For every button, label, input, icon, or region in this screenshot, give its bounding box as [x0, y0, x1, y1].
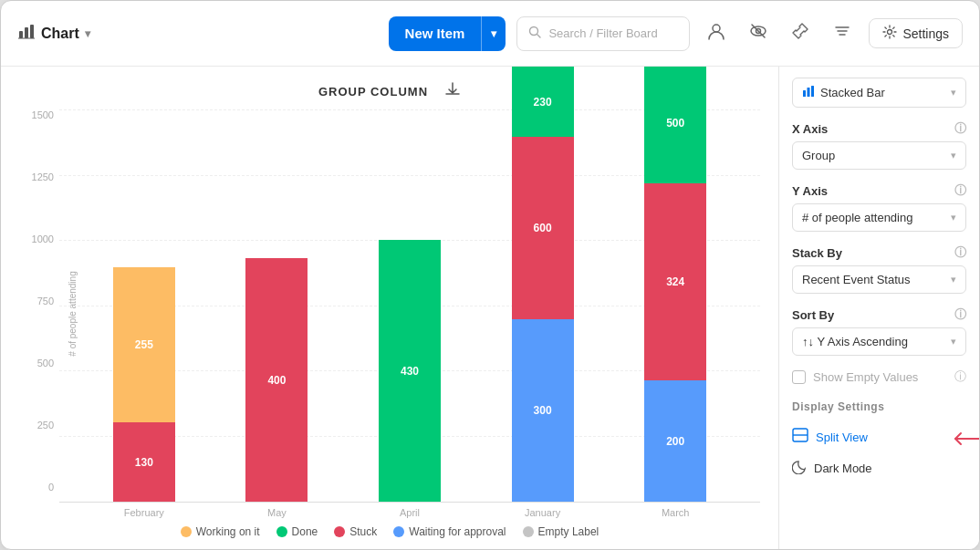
bar-segment: 400	[245, 258, 308, 502]
svg-rect-15	[811, 86, 814, 97]
red-arrow	[948, 429, 979, 452]
bar-chart-icon	[802, 85, 815, 100]
show-empty-row: Show Empty Values ⓘ	[792, 368, 966, 385]
x-label-may: May	[245, 507, 308, 518]
app-window: Chart ▾ New Item ▾ Search / Filter Board	[0, 0, 980, 550]
pin-icon[interactable]	[785, 16, 816, 51]
user-icon[interactable]	[701, 16, 732, 51]
x-label-march: March	[644, 507, 706, 518]
dark-mode-label: Dark Mode	[814, 462, 872, 475]
x-axis-info-icon[interactable]: ⓘ	[954, 120, 966, 137]
sort-by-value: ↑↓ Y Axis Ascending	[802, 335, 951, 348]
show-empty-info-icon[interactable]: ⓘ	[954, 368, 966, 385]
bar-segment: 200	[644, 380, 706, 502]
dark-mode-row[interactable]: Dark Mode	[792, 460, 966, 477]
legend-dot-stuck	[334, 526, 345, 537]
legend-working-on-it: Working on it	[181, 525, 260, 538]
bar-april: 430	[379, 240, 441, 502]
stack-by-label: Stack By ⓘ	[792, 244, 966, 261]
body: GROUP COLUMN 1500 1250 1000 750 500 250 …	[1, 67, 979, 549]
y-axis-label: Y Axis ⓘ	[792, 182, 966, 199]
stack-by-chevron-icon: ▾	[951, 274, 956, 285]
x-axis-group: X Axis ⓘ Group ▾	[792, 120, 966, 170]
show-empty-checkbox[interactable]	[792, 370, 806, 384]
svg-rect-2	[30, 25, 34, 38]
sort-by-select[interactable]: ↑↓ Y Axis Ascending ▾	[792, 327, 966, 356]
y-axis: 1500 1250 1000 750 500 250 0	[19, 109, 59, 518]
bars-row: 130 255 400 430	[59, 109, 760, 502]
legend-waiting: Waiting for approval	[393, 525, 506, 538]
chart-icon	[17, 22, 36, 45]
stack-by-value: Recent Event Status	[802, 273, 951, 286]
bar-segment: 600	[512, 137, 574, 319]
bar-segment: 300	[512, 319, 574, 502]
bar-january: 300 600 230 80	[512, 67, 574, 502]
bar-segment: 255	[113, 267, 175, 422]
x-label-january: January	[512, 507, 574, 518]
chevron-down-icon: ▾	[85, 27, 90, 40]
x-label-february: February	[113, 507, 175, 518]
stack-by-info-icon[interactable]: ⓘ	[954, 244, 966, 261]
bar-segment: 500	[644, 67, 706, 183]
y-axis-chevron-icon: ▾	[951, 212, 956, 223]
bars-area: 130 255 400 430	[59, 109, 760, 503]
split-view-row[interactable]: Split View	[792, 427, 966, 447]
new-item-arrow-icon: ▾	[482, 16, 506, 51]
new-item-button[interactable]: New Item ▾	[389, 16, 506, 51]
new-item-label: New Item	[389, 16, 482, 51]
chart-inner: # of people attending	[59, 109, 760, 518]
x-axis-value: Group	[802, 149, 951, 162]
search-placeholder: Search / Filter Board	[548, 26, 657, 40]
chart-container: 1500 1250 1000 750 500 250 0 # of people…	[19, 109, 760, 518]
search-input[interactable]: Search / Filter Board	[516, 16, 690, 51]
legend-label-waiting: Waiting for approval	[409, 525, 506, 538]
dark-mode-icon	[792, 460, 807, 477]
eye-icon[interactable]	[743, 16, 774, 51]
sort-by-label: Sort By ⓘ	[792, 306, 966, 323]
sort-by-chevron-icon: ▾	[951, 336, 956, 348]
legend-dot-empty	[523, 526, 534, 537]
legend-done: Done	[276, 525, 318, 538]
chart-area: GROUP COLUMN 1500 1250 1000 750 500 250 …	[1, 67, 778, 549]
legend-dot-done	[276, 526, 287, 537]
sort-by-group: Sort By ⓘ ↑↓ Y Axis Ascending ▾	[792, 306, 966, 356]
x-axis-select[interactable]: Group ▾	[792, 141, 966, 170]
y-axis-group: Y Axis ⓘ # of people attending ▾	[792, 182, 966, 232]
sort-by-info-icon[interactable]: ⓘ	[954, 306, 966, 323]
sidebar: Stacked Bar ▾ X Axis ⓘ Group ▾ Y Axis	[778, 67, 979, 549]
stack-by-select[interactable]: Recent Event Status ▾	[792, 265, 966, 294]
chart-type-label: Stacked Bar	[820, 86, 945, 99]
bar-may: 400	[245, 258, 308, 502]
split-view-container: Split View	[792, 427, 966, 447]
y-axis-info-icon[interactable]: ⓘ	[954, 182, 966, 199]
chart-type-select[interactable]: Stacked Bar ▾	[792, 78, 966, 108]
header: Chart ▾ New Item ▾ Search / Filter Board	[1, 1, 979, 67]
settings-label: Settings	[902, 26, 949, 41]
download-icon[interactable]	[444, 81, 461, 102]
chart-title-button[interactable]: Chart ▾	[17, 22, 90, 45]
bar-segment: 130	[113, 422, 175, 502]
filter-icon[interactable]	[827, 16, 858, 51]
svg-rect-1	[25, 27, 28, 38]
y-axis-select[interactable]: # of people attending ▾	[792, 203, 966, 232]
show-empty-label: Show Empty Values	[813, 370, 918, 384]
svg-point-12	[888, 30, 892, 35]
split-view-label: Split View	[816, 431, 868, 444]
legend-label-working: Working on it	[196, 525, 260, 538]
chart-label: Chart	[41, 26, 79, 42]
settings-button[interactable]: Settings	[869, 18, 963, 48]
stack-by-group: Stack By ⓘ Recent Event Status ▾	[792, 244, 966, 294]
search-icon	[528, 26, 541, 41]
display-settings-label: Display Settings	[792, 400, 884, 413]
legend-stuck: Stuck	[334, 525, 377, 538]
x-axis-chevron-icon: ▾	[951, 150, 956, 161]
chart-type-group: Stacked Bar ▾	[792, 78, 966, 108]
svg-rect-14	[808, 88, 810, 97]
legend-label-stuck: Stuck	[349, 525, 377, 538]
y-axis-value: # of people attending	[802, 211, 951, 224]
bar-segment: 324	[644, 183, 706, 380]
x-label-april: April	[379, 507, 441, 518]
svg-rect-0	[19, 31, 23, 38]
split-view-icon	[792, 427, 808, 447]
svg-point-5	[713, 25, 720, 32]
